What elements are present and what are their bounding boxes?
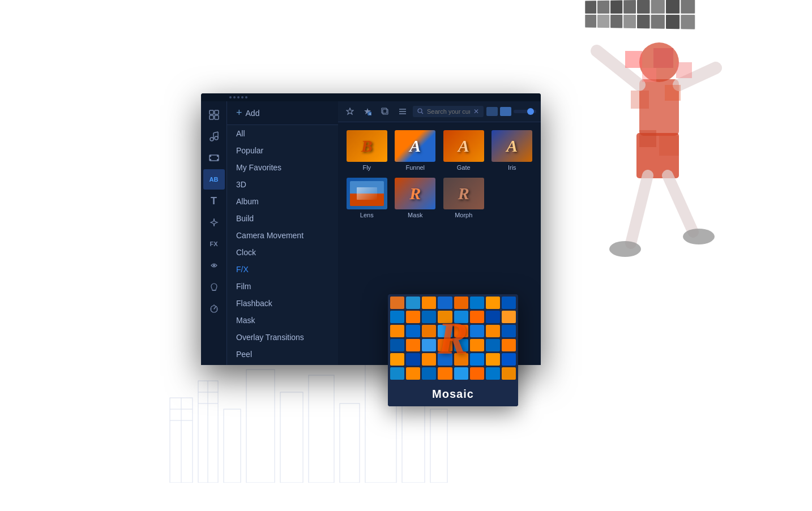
svg-rect-11 — [653, 48, 673, 68]
svg-point-38 — [215, 136, 218, 140]
drag-dot — [245, 96, 247, 98]
category-item-film[interactable]: Film — [227, 278, 338, 295]
svg-rect-57 — [382, 108, 387, 113]
drag-dot — [233, 96, 236, 98]
svg-rect-20 — [246, 370, 275, 483]
svg-point-7 — [609, 241, 641, 257]
category-item-mask[interactable]: Mask — [227, 312, 338, 329]
category-item-popular[interactable]: Popular — [227, 142, 338, 159]
svg-rect-33 — [210, 110, 213, 114]
svg-rect-13 — [631, 91, 649, 109]
category-item-clock[interactable]: Clock — [227, 244, 338, 261]
sidebar-icon-grid[interactable] — [203, 105, 225, 125]
add-plus-icon: + — [236, 107, 242, 119]
thumb-item-morph[interactable]: R Morph — [439, 174, 488, 222]
category-item-all[interactable]: All — [227, 125, 338, 142]
svg-point-37 — [210, 138, 213, 141]
thumb-img-fly: B — [347, 130, 387, 162]
sidebar-icon-music[interactable] — [203, 126, 225, 147]
view-btn-list[interactable] — [500, 107, 511, 116]
category-item-3d[interactable]: 3D — [227, 176, 338, 193]
add-button-row: + Add — [227, 101, 338, 125]
svg-rect-23 — [340, 403, 360, 483]
svg-point-61 — [418, 109, 422, 113]
svg-rect-34 — [215, 110, 219, 114]
sidebar-icon-text[interactable]: AB — [203, 169, 225, 190]
sidebar-icon-title[interactable]: T — [203, 191, 225, 211]
svg-rect-22 — [309, 375, 334, 483]
category-item-push[interactable]: Push — [227, 363, 338, 365]
svg-line-41 — [213, 132, 218, 133]
thumb-item-iris[interactable]: A Iris — [488, 127, 537, 174]
thumb-img-iris: A — [492, 130, 532, 162]
sidebar-icon-transition[interactable] — [203, 255, 225, 276]
thumb-img-funnel: A — [395, 130, 435, 162]
svg-rect-9 — [625, 51, 642, 68]
category-item-camera-movement[interactable]: Camera Movement — [227, 227, 338, 244]
sidebar-icon-film[interactable] — [203, 148, 225, 168]
svg-line-62 — [422, 112, 424, 114]
svg-point-8 — [683, 229, 715, 244]
size-slider[interactable] — [514, 110, 536, 113]
thumb-item-funnel[interactable]: A Funnel — [391, 127, 440, 174]
svg-rect-10 — [642, 68, 656, 82]
category-item-overlay[interactable]: Overlay Transitions — [227, 329, 338, 346]
category-item-my-favorites[interactable]: My Favorites — [227, 159, 338, 176]
thumb-label-fly: Fly — [362, 164, 371, 171]
sidebar-icon-fx[interactable]: FX — [203, 234, 225, 254]
thumb-item-mask[interactable]: R Mask — [391, 174, 440, 222]
svg-rect-45 — [217, 155, 219, 157]
svg-line-6 — [668, 175, 693, 232]
svg-rect-15 — [639, 130, 656, 147]
player-figure — [540, 17, 755, 357]
search-box: ✕ — [413, 106, 484, 117]
thumb-label-morph: Morph — [455, 212, 472, 218]
svg-rect-43 — [210, 155, 211, 157]
svg-rect-56 — [383, 109, 388, 114]
category-list: + Add All Popular My Favorites 3D Album … — [227, 101, 338, 365]
view-controls — [486, 107, 536, 116]
add-button[interactable]: + Add — [233, 105, 263, 121]
svg-rect-19 — [224, 409, 241, 483]
mosaic-card-image-container: R — [388, 294, 518, 382]
sidebar-icon-sparkle[interactable] — [203, 212, 225, 233]
svg-rect-21 — [280, 392, 303, 483]
sidebar-icon-audio2[interactable] — [203, 277, 225, 297]
drag-dot — [241, 96, 243, 98]
thumb-label-iris: Iris — [508, 164, 516, 171]
panel-header — [201, 93, 541, 101]
category-item-album[interactable]: Album — [227, 193, 338, 210]
category-item-build[interactable]: Build — [227, 210, 338, 227]
svg-text:+: + — [369, 112, 371, 115]
category-item-peel[interactable]: Peel — [227, 346, 338, 363]
sidebar-icons: AB T FX — [201, 101, 227, 365]
svg-rect-14 — [665, 85, 681, 101]
favorites-icon[interactable] — [343, 104, 357, 119]
toolbar-list-icon[interactable] — [395, 104, 410, 119]
mosaic-card: R Mosaic — [388, 294, 518, 406]
category-item-fx[interactable]: F/X — [227, 261, 338, 278]
thumb-img-gate: A — [443, 130, 484, 162]
svg-rect-35 — [210, 115, 213, 119]
add-label: Add — [246, 109, 260, 118]
search-icon — [417, 108, 424, 115]
slider-thumb — [527, 108, 534, 115]
svg-line-5 — [631, 175, 648, 243]
thumb-item-fly[interactable]: B Fly — [343, 127, 391, 174]
search-clear-icon[interactable]: ✕ — [473, 108, 479, 115]
view-btn-grid[interactable] — [486, 107, 498, 116]
search-input[interactable] — [427, 108, 470, 115]
svg-line-50 — [214, 307, 216, 309]
thumb-label-funnel: Funnel — [405, 164, 425, 171]
toolbar-star-icon[interactable]: + — [360, 104, 375, 119]
category-item-flashback[interactable]: Flashback — [227, 295, 338, 312]
svg-rect-16 — [659, 136, 679, 156]
drag-dot — [229, 96, 232, 98]
thumb-item-gate[interactable]: A Gate — [439, 127, 488, 174]
svg-rect-12 — [676, 62, 692, 78]
svg-rect-44 — [210, 159, 211, 161]
thumb-img-morph: R — [443, 178, 484, 209]
sidebar-icon-speed[interactable] — [203, 298, 225, 319]
toolbar-copy-icon[interactable] — [378, 104, 392, 119]
thumb-item-lens[interactable]: Lens — [343, 174, 391, 222]
